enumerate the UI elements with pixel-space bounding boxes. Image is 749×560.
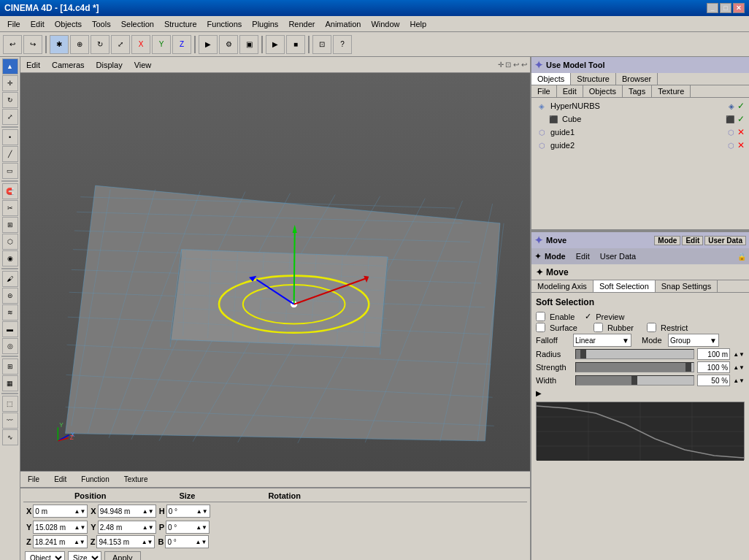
menu-edit[interactable]: Edit (26, 18, 49, 30)
falloff-curve[interactable] (536, 402, 745, 460)
size-mode-select[interactable]: Size (68, 551, 101, 560)
render-region-button[interactable]: ▣ (239, 35, 258, 54)
sx-input[interactable]: 94.948 m▲▼ (98, 505, 156, 518)
modeling-axis-tab[interactable]: Modeling Axis (531, 280, 594, 292)
radius-thumb[interactable] (580, 350, 586, 358)
y-pos-input[interactable]: 15.028 m▲▼ (33, 521, 88, 534)
help-button[interactable]: ? (333, 35, 352, 54)
weld-btn[interactable]: ◉ (2, 250, 18, 266)
sx-spin[interactable]: ▲▼ (142, 508, 154, 515)
move-tool-btn[interactable]: ✛ (2, 75, 18, 91)
viewport-3d[interactable]: Perspective (20, 73, 530, 471)
edit-tab[interactable]: Edit (682, 236, 703, 245)
menu-functions[interactable]: Functions (203, 18, 247, 30)
vp-edit-menu[interactable]: Edit (23, 59, 43, 71)
render-button[interactable]: ▶ (199, 35, 218, 54)
menu-structure[interactable]: Structure (160, 18, 201, 30)
maximize-button[interactable]: □ (720, 3, 731, 13)
subtab-tags[interactable]: Tags (623, 85, 652, 97)
mode-tab[interactable]: Mode (654, 236, 680, 245)
radius-value-box[interactable]: 100 m (697, 348, 730, 360)
sz-spin[interactable]: ▲▼ (142, 539, 153, 545)
checker-btn[interactable]: ▦ (2, 375, 18, 391)
select-model-btn[interactable]: ▲ (2, 58, 18, 74)
radius-slider[interactable] (575, 349, 694, 359)
userdata-tab[interactable]: User Data (704, 236, 746, 245)
mode-dropdown[interactable]: Group ▼ (668, 334, 719, 347)
obj-guide1[interactable]: ⬡ guide1 ⬡ ✕ (534, 126, 746, 139)
subtab-edit[interactable]: Edit (557, 85, 583, 97)
menu-plugins[interactable]: Plugins (247, 18, 283, 30)
scale-tool-btn[interactable]: ⤢ (2, 109, 18, 125)
subtab-objects[interactable]: Objects (583, 85, 623, 97)
bevel-btn[interactable]: ⬡ (2, 234, 18, 250)
edges-btn[interactable]: ╱ (2, 146, 18, 162)
h-rot-input[interactable]: 0 °▲▼ (166, 505, 210, 518)
magnet-btn[interactable]: 🧲 (2, 183, 18, 199)
menu-file[interactable]: File (3, 18, 25, 30)
b-spin[interactable]: ▲▼ (196, 539, 207, 545)
tab-browser[interactable]: Browser (616, 73, 658, 85)
enable-checkbox[interactable] (536, 312, 545, 321)
grid-btn[interactable]: ⊞ (2, 358, 18, 375)
menu-animation[interactable]: Animation (320, 18, 365, 30)
window-controls[interactable]: _ □ ✕ (707, 3, 745, 13)
sz-input[interactable]: 94.153 m▲▼ (96, 535, 155, 548)
strength-value-box[interactable]: 100 % (697, 361, 730, 373)
menu-window[interactable]: Window (366, 18, 404, 30)
paint-btn[interactable]: 🖌 (2, 271, 18, 287)
bottom-function[interactable]: Function (78, 475, 112, 484)
expand-triangle[interactable]: ▶ (536, 388, 745, 399)
z-axis-button[interactable]: Z (172, 35, 191, 54)
close-button[interactable]: ✕ (733, 3, 745, 13)
restrict-checkbox[interactable] (647, 323, 656, 332)
anim-play-button[interactable]: ▶ (266, 35, 285, 54)
extrude-btn[interactable]: ⊞ (2, 217, 18, 233)
bottom-texture[interactable]: Texture (121, 475, 151, 484)
rotate-tool-btn[interactable]: ↻ (2, 92, 18, 108)
flatten-btn[interactable]: ▬ (2, 321, 18, 337)
uvw-btn[interactable]: ⬚ (2, 396, 18, 412)
scale-button[interactable]: ⤢ (111, 35, 130, 54)
z-pos-input[interactable]: 18.241 m▲▼ (33, 535, 88, 548)
points-btn[interactable]: • (2, 129, 18, 145)
y-pos-spin[interactable]: ▲▼ (74, 524, 86, 531)
vp-view-menu[interactable]: View (131, 59, 155, 71)
vp-display-menu[interactable]: Display (93, 59, 126, 71)
subtab-texture[interactable]: Texture (652, 85, 691, 97)
coord-mode-select[interactable]: Object (25, 551, 65, 560)
obj-guide2[interactable]: ⬡ guide2 ⬡ ✕ (534, 139, 746, 152)
h-spin[interactable]: ▲▼ (196, 508, 208, 515)
knife-btn[interactable]: ✂ (2, 200, 18, 216)
width-spin[interactable]: ▲▼ (733, 377, 745, 384)
p-rot-input[interactable]: 0 °▲▼ (166, 521, 210, 534)
snap-settings-tab[interactable]: Snap Settings (656, 280, 718, 292)
tab-objects[interactable]: Objects (531, 73, 571, 85)
width-value-box[interactable]: 50 % (697, 375, 730, 386)
width-thumb[interactable] (631, 376, 637, 385)
select-button[interactable]: ✱ (50, 35, 69, 54)
redo-button[interactable]: ↪ (23, 35, 42, 54)
sculpt-btn[interactable]: 〰 (2, 413, 18, 429)
obj-cube[interactable]: ⬛ Cube ⬛ ✓ (546, 112, 746, 126)
polys-btn[interactable]: ▭ (2, 163, 18, 179)
bottom-file[interactable]: File (25, 475, 42, 484)
b-rot-input[interactable]: 0 °▲▼ (165, 535, 209, 548)
move-button[interactable]: ⊕ (70, 35, 89, 54)
smooth-btn[interactable]: ∿ (2, 429, 18, 445)
undo-button[interactable]: ↩ (3, 35, 22, 54)
strength-slider[interactable] (575, 362, 694, 372)
z-pos-spin[interactable]: ▲▼ (74, 539, 85, 545)
x-pos-spin[interactable]: ▲▼ (74, 508, 86, 515)
falloff-dropdown[interactable]: Linear ▼ (573, 334, 631, 347)
apply-button[interactable]: Apply (104, 551, 141, 560)
strength-thumb[interactable] (685, 363, 691, 372)
brush-btn[interactable]: ⊜ (2, 288, 18, 304)
minimize-button[interactable]: _ (707, 3, 718, 13)
x-axis-button[interactable]: X (131, 35, 150, 54)
bottom-edit[interactable]: Edit (51, 475, 69, 484)
render-settings-button[interactable]: ⚙ (219, 35, 238, 54)
subtab-file[interactable]: File (531, 85, 557, 97)
menu-objects[interactable]: Objects (50, 18, 86, 30)
soft-selection-tab[interactable]: Soft Selection (594, 280, 656, 292)
